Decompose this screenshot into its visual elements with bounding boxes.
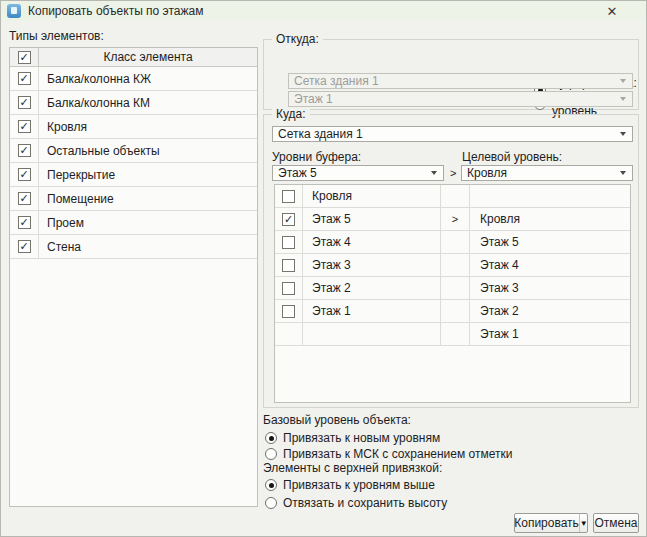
close-button[interactable]: ✕ bbox=[598, 1, 626, 21]
mapping-source-cell: Этаж 3 bbox=[303, 254, 441, 276]
copy-button[interactable]: Копировать ▼ bbox=[514, 513, 588, 533]
mapping-arrow-cell: > bbox=[441, 208, 470, 230]
mapping-row: Этаж 4 Этаж 5 bbox=[275, 231, 630, 254]
mapping-row: Этаж 3 Этаж 4 bbox=[275, 254, 630, 277]
mapping-arrow-cell bbox=[441, 277, 470, 299]
copy-button-label: Копировать bbox=[514, 516, 579, 530]
to-group: Куда: Сетка здания 1 Уровни буфера: Целе… bbox=[263, 114, 639, 408]
combo-value: Сетка здания 1 bbox=[278, 127, 363, 141]
mapping-arrow-cell bbox=[441, 323, 470, 345]
mapping-row: Этаж 1 bbox=[275, 323, 630, 346]
element-class-label: Балка/колонна КМ bbox=[39, 96, 257, 110]
radio-label: Привязать к новым уровням bbox=[283, 431, 440, 445]
target-level-label: Целевой уровень: bbox=[462, 150, 562, 164]
cancel-button-label: Отмена bbox=[594, 516, 637, 530]
mapping-target-cell: Этаж 3 bbox=[470, 277, 630, 299]
mapping-arrow-cell bbox=[441, 231, 470, 253]
mapping-row: Этаж 2 Этаж 3 bbox=[275, 277, 630, 300]
table-row: Перекрытие bbox=[10, 163, 257, 187]
checkbox-cell bbox=[10, 91, 39, 114]
mapping-checkbox[interactable] bbox=[282, 259, 295, 272]
row-checkbox[interactable] bbox=[18, 216, 31, 229]
mapping-target-cell: Этаж 1 bbox=[470, 323, 630, 345]
table-row: Проем bbox=[10, 211, 257, 235]
copy-dropdown-arrow-icon[interactable]: ▼ bbox=[579, 514, 588, 532]
checkbox-cell bbox=[275, 208, 303, 230]
row-checkbox[interactable] bbox=[18, 120, 31, 133]
element-class-label: Балка/колонна КЖ bbox=[39, 72, 257, 86]
chevron-down-icon bbox=[620, 171, 626, 175]
checkbox-cell bbox=[275, 323, 303, 345]
chevron-down-icon bbox=[620, 97, 626, 101]
table-row: Кровля bbox=[10, 115, 257, 139]
mapping-arrow-cell bbox=[441, 300, 470, 322]
checkbox-cell bbox=[275, 185, 303, 207]
chevron-down-icon bbox=[620, 132, 626, 136]
dialog-window: Копировать объекты по этажам ✕ Типы элем… bbox=[0, 0, 647, 537]
radio-option[interactable]: Отвязать и сохранить высоту bbox=[265, 496, 447, 510]
mapping-target-cell bbox=[470, 185, 630, 207]
source-grid-combo: Сетка здания 1 bbox=[288, 73, 633, 89]
chevron-down-icon bbox=[620, 79, 626, 83]
base-level-label: Базовый уровень объекта: bbox=[263, 413, 411, 427]
mapping-arrow-cell bbox=[441, 185, 470, 207]
mapping-source-cell: Кровля bbox=[303, 185, 441, 207]
checkbox-cell bbox=[10, 235, 39, 258]
radio-button[interactable] bbox=[265, 448, 277, 460]
radio-button[interactable] bbox=[265, 479, 277, 491]
mapping-checkbox[interactable] bbox=[282, 236, 295, 249]
buffer-level-combo[interactable]: Этаж 5 bbox=[272, 165, 444, 181]
row-checkbox[interactable] bbox=[18, 144, 31, 157]
mapping-source-cell bbox=[303, 323, 441, 345]
row-checkbox[interactable] bbox=[18, 240, 31, 253]
radio-button[interactable] bbox=[265, 497, 277, 509]
mapping-source-cell: Этаж 4 bbox=[303, 231, 441, 253]
mapping-checkbox[interactable] bbox=[282, 305, 295, 318]
radio-option[interactable]: Привязать к новым уровням bbox=[265, 431, 440, 445]
checkbox-cell bbox=[10, 67, 39, 90]
buffer-levels-label: Уровни буфера: bbox=[272, 150, 361, 164]
mapping-target-cell: Кровля bbox=[470, 208, 630, 230]
checkbox-cell bbox=[10, 48, 39, 66]
radio-label: Отвязать и сохранить высоту bbox=[283, 496, 447, 510]
mapping-target-cell: Этаж 4 bbox=[470, 254, 630, 276]
table-row: Балка/колонна КМ bbox=[10, 91, 257, 115]
checkbox-cell bbox=[275, 231, 303, 253]
mapping-source-cell: Этаж 2 bbox=[303, 277, 441, 299]
app-icon bbox=[7, 4, 21, 18]
mapping-source-cell: Этаж 5 bbox=[303, 208, 441, 230]
mapping-checkbox[interactable] bbox=[282, 190, 295, 203]
row-checkbox[interactable] bbox=[18, 192, 31, 205]
cancel-button[interactable]: Отмена bbox=[593, 513, 639, 533]
table-row: Стена bbox=[10, 235, 257, 259]
table-header-label: Класс элемента bbox=[39, 50, 257, 64]
mapping-checkbox[interactable] bbox=[282, 282, 295, 295]
row-checkbox[interactable] bbox=[18, 72, 31, 85]
mapping-rows: Кровля Этаж 5 > Кровля Этаж 4 Этаж 5 Эта… bbox=[275, 185, 630, 346]
mapping-target-cell: Этаж 5 bbox=[470, 231, 630, 253]
table-row: Балка/колонна КЖ bbox=[10, 67, 257, 91]
element-class-label: Перекрытие bbox=[39, 168, 257, 182]
mapping-checkbox[interactable] bbox=[282, 213, 295, 226]
checkbox-cell bbox=[10, 187, 39, 210]
checkbox-cell bbox=[275, 300, 303, 322]
element-class-label: Кровля bbox=[39, 120, 257, 134]
combo-value: Этаж 1 bbox=[294, 92, 333, 106]
checkbox-cell bbox=[10, 139, 39, 162]
radio-option[interactable]: Привязать к МСК с сохранением отметки bbox=[265, 447, 512, 461]
table-row: Остальные объекты bbox=[10, 139, 257, 163]
chevron-down-icon bbox=[431, 171, 437, 175]
radio-button[interactable] bbox=[265, 432, 277, 444]
checkbox-cell bbox=[10, 163, 39, 186]
radio-option[interactable]: Привязать к уровням выше bbox=[265, 478, 435, 492]
target-level-combo[interactable]: Кровля bbox=[461, 165, 633, 181]
row-checkbox[interactable] bbox=[18, 96, 31, 109]
window-title: Копировать объекты по этажам bbox=[28, 4, 203, 18]
row-checkbox[interactable] bbox=[18, 168, 31, 181]
select-all-checkbox[interactable] bbox=[18, 51, 31, 64]
target-grid-combo[interactable]: Сетка здания 1 bbox=[272, 126, 633, 142]
element-types-label: Типы элементов: bbox=[9, 29, 104, 43]
mapping-row: Кровля bbox=[275, 185, 630, 208]
combo-value: Кровля bbox=[467, 166, 507, 180]
mapping-row: Этаж 5 > Кровля bbox=[275, 208, 630, 231]
